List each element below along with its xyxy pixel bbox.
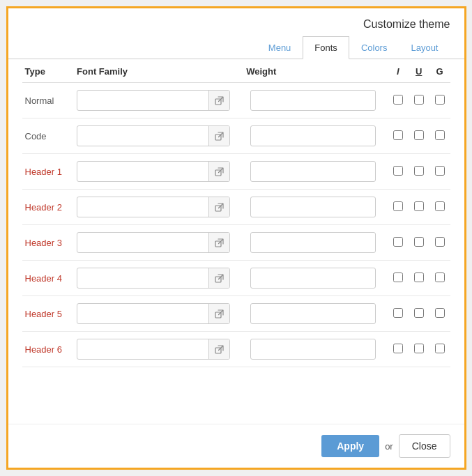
italic-checkbox[interactable]	[393, 166, 403, 176]
font-family-cell	[74, 154, 243, 190]
external-link-button[interactable]	[208, 304, 229, 323]
font-family-cell	[74, 261, 243, 296]
g-checkbox[interactable]	[435, 201, 445, 211]
table-row: Code	[22, 118, 450, 154]
table-row: Header 6	[22, 332, 450, 367]
underline-cell	[409, 296, 429, 332]
external-link-button[interactable]	[208, 126, 229, 146]
italic-cell	[388, 154, 409, 190]
weight-cell	[243, 83, 388, 118]
g-checkbox[interactable]	[435, 308, 445, 318]
underline-checkbox[interactable]	[414, 308, 424, 318]
type-cell: Header 1	[22, 154, 75, 190]
font-family-input[interactable]	[77, 339, 208, 359]
external-link-button[interactable]	[208, 233, 229, 252]
type-cell: Code	[22, 118, 75, 154]
italic-checkbox[interactable]	[393, 201, 403, 211]
italic-checkbox[interactable]	[393, 237, 403, 247]
weight-cell	[243, 296, 388, 332]
font-family-cell	[74, 332, 243, 367]
italic-checkbox[interactable]	[393, 308, 403, 318]
customize-theme-panel: Customize theme Menu Fonts Colors Layout…	[6, 6, 466, 470]
table-row: Normal	[22, 83, 450, 118]
g-checkbox[interactable]	[435, 166, 445, 176]
tab-menu[interactable]: Menu	[257, 36, 303, 59]
italic-cell	[388, 332, 409, 367]
weight-input[interactable]	[250, 303, 376, 324]
table-row: Header 1	[22, 154, 450, 190]
underline-checkbox[interactable]	[414, 130, 424, 140]
external-link-button[interactable]	[208, 162, 229, 181]
or-text: or	[385, 441, 393, 452]
type-cell: Normal	[22, 83, 75, 118]
close-button[interactable]: Close	[399, 434, 450, 458]
font-family-cell	[74, 83, 243, 118]
col-italic: I	[388, 59, 409, 83]
font-family-input[interactable]	[77, 268, 208, 288]
col-font-family: Font Family	[74, 59, 243, 83]
underline-checkbox[interactable]	[414, 201, 424, 211]
underline-checkbox[interactable]	[414, 166, 424, 176]
g-cell	[429, 190, 450, 225]
italic-checkbox[interactable]	[393, 130, 403, 140]
italic-cell	[388, 225, 409, 261]
g-checkbox[interactable]	[435, 344, 445, 353]
italic-checkbox[interactable]	[393, 344, 403, 353]
g-cell	[429, 332, 450, 367]
tab-bar: Menu Fonts Colors Layout	[8, 36, 464, 59]
tab-layout[interactable]: Layout	[399, 36, 450, 59]
col-type: Type	[22, 59, 75, 83]
font-family-input[interactable]	[77, 197, 208, 217]
type-cell: Header 4	[22, 261, 75, 296]
italic-checkbox[interactable]	[393, 272, 403, 282]
font-family-input[interactable]	[77, 233, 208, 252]
weight-input[interactable]	[250, 232, 376, 253]
g-cell	[429, 83, 450, 118]
font-family-cell	[74, 225, 243, 261]
underline-cell	[409, 118, 429, 154]
font-family-input[interactable]	[77, 162, 208, 181]
external-link-button[interactable]	[208, 91, 229, 110]
table-row: Header 2	[22, 190, 450, 225]
weight-input[interactable]	[250, 125, 376, 146]
fonts-table: Type Font Family Weight I U G NormalCode…	[22, 59, 450, 367]
italic-cell	[388, 190, 409, 225]
weight-input[interactable]	[250, 268, 376, 289]
tab-colors[interactable]: Colors	[349, 36, 399, 59]
weight-input[interactable]	[250, 339, 376, 360]
weight-cell	[243, 118, 388, 154]
g-cell	[429, 261, 450, 296]
col-weight: Weight	[243, 59, 388, 83]
font-family-input[interactable]	[77, 126, 208, 146]
italic-checkbox[interactable]	[393, 95, 403, 105]
g-checkbox[interactable]	[435, 130, 445, 140]
underline-checkbox[interactable]	[414, 95, 424, 105]
external-link-button[interactable]	[208, 268, 229, 288]
tab-fonts[interactable]: Fonts	[303, 36, 349, 59]
type-cell: Header 2	[22, 190, 75, 225]
weight-cell	[243, 190, 388, 225]
italic-cell	[388, 118, 409, 154]
underline-checkbox[interactable]	[414, 344, 424, 353]
weight-input[interactable]	[250, 197, 376, 217]
g-checkbox[interactable]	[435, 272, 445, 282]
g-checkbox[interactable]	[435, 237, 445, 247]
apply-button[interactable]: Apply	[321, 435, 379, 457]
underline-checkbox[interactable]	[414, 272, 424, 282]
footer: Apply or Close	[8, 424, 464, 468]
italic-cell	[388, 83, 409, 118]
underline-checkbox[interactable]	[414, 237, 424, 247]
weight-cell	[243, 332, 388, 367]
col-g: G	[429, 59, 450, 83]
weight-input[interactable]	[250, 161, 376, 182]
font-family-input[interactable]	[77, 91, 208, 110]
g-checkbox[interactable]	[435, 95, 445, 105]
underline-cell	[409, 83, 429, 118]
font-family-input[interactable]	[77, 304, 208, 323]
external-link-button[interactable]	[208, 339, 229, 359]
g-cell	[429, 154, 450, 190]
weight-input[interactable]	[250, 90, 376, 111]
underline-cell	[409, 190, 429, 225]
external-link-button[interactable]	[208, 197, 229, 217]
font-family-cell	[74, 118, 243, 154]
